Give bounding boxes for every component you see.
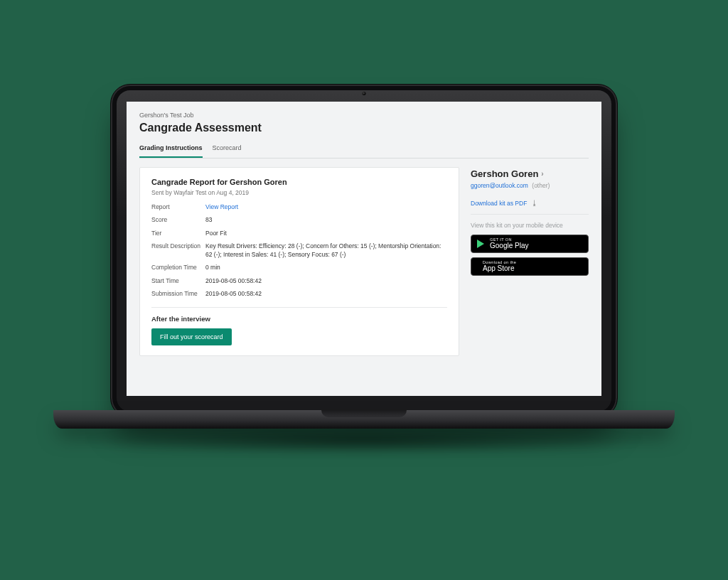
row-submission-time: Submission Time 2019-08-05 00:58:42 xyxy=(151,290,447,298)
google-play-bottom: Google Play xyxy=(490,242,528,249)
after-interview-heading: After the interview xyxy=(151,315,447,323)
tabs: Grading Instructions Scorecard xyxy=(139,140,589,159)
mobile-hint: View this kit on your mobile device xyxy=(471,222,589,229)
label-tier: Tier xyxy=(151,230,205,237)
label-report: Report xyxy=(151,203,205,211)
label-result-description: Result Description xyxy=(151,242,205,259)
download-pdf-link[interactable]: Download kit as PDF ⭳ xyxy=(471,199,589,215)
app-store-bottom: App Store xyxy=(483,265,516,272)
value-score: 83 xyxy=(205,216,212,224)
camera-dot xyxy=(363,92,366,95)
app-root: Gershon's Test Job Cangrade Assessment G… xyxy=(127,102,601,396)
page-title: Cangrade Assessment xyxy=(139,122,589,134)
label-start-time: Start Time xyxy=(151,277,205,285)
laptop-frame: Gershon's Test Job Cangrade Assessment G… xyxy=(110,84,618,418)
divider xyxy=(151,307,447,308)
breadcrumb[interactable]: Gershon's Test Job xyxy=(139,112,589,119)
value-submission-time: 2019-08-05 00:58:42 xyxy=(205,290,262,298)
laptop-base xyxy=(53,410,675,429)
laptop-shadow xyxy=(78,426,650,455)
label-score: Score xyxy=(151,216,205,224)
sent-by: Sent by Wayfair Test on Aug 4, 2019 xyxy=(151,189,447,196)
candidate-email-row: ggoren@outlook.com (other) xyxy=(471,182,589,189)
report-heading: Cangrade Report for Gershon Goren xyxy=(151,178,447,186)
row-result-description: Result Description Key Result Drivers: E… xyxy=(151,242,447,259)
google-play-badge[interactable]: GET IT ON Google Play xyxy=(471,235,589,253)
value-start-time: 2019-08-05 00:58:42 xyxy=(205,277,262,285)
fill-scorecard-button[interactable]: Fill out your scorecard xyxy=(151,328,232,345)
value-result-description: Key Result Drivers: Efficiency: 28 (-); … xyxy=(205,242,447,259)
candidate-name-link[interactable]: Gershon Goren › xyxy=(471,168,589,179)
candidate-email-link[interactable]: ggoren@outlook.com xyxy=(471,182,528,189)
report-card: Cangrade Report for Gershon Goren Sent b… xyxy=(139,167,459,356)
row-report: Report View Report xyxy=(151,203,447,211)
laptop-bezel: Gershon's Test Job Cangrade Assessment G… xyxy=(110,84,618,418)
email-tag: (other) xyxy=(532,182,550,189)
row-start-time: Start Time 2019-08-05 00:58:42 xyxy=(151,277,447,285)
screen: Gershon's Test Job Cangrade Assessment G… xyxy=(127,102,601,396)
view-report-link[interactable]: View Report xyxy=(205,203,238,211)
tab-grading-instructions[interactable]: Grading Instructions xyxy=(139,140,203,158)
value-tier: Poor Fit xyxy=(205,230,227,237)
candidate-name: Gershon Goren xyxy=(471,168,538,179)
download-icon: ⭳ xyxy=(531,199,538,207)
tab-scorecard[interactable]: Scorecard xyxy=(213,140,242,158)
candidate-sidebar: Gershon Goren › ggoren@outlook.com (othe… xyxy=(471,167,589,280)
row-score: Score 83 xyxy=(151,216,447,224)
download-pdf-label: Download kit as PDF xyxy=(471,200,527,207)
content-row: Cangrade Report for Gershon Goren Sent b… xyxy=(139,167,589,356)
google-play-icon xyxy=(477,240,484,248)
label-completion-time: Completion Time xyxy=(151,264,205,272)
value-completion-time: 0 min xyxy=(205,264,220,272)
row-tier: Tier Poor Fit xyxy=(151,230,447,237)
chevron-right-icon: › xyxy=(541,170,543,178)
row-completion-time: Completion Time 0 min xyxy=(151,264,447,272)
app-store-badge[interactable]: Download on the App Store xyxy=(471,257,589,276)
label-submission-time: Submission Time xyxy=(151,290,205,298)
